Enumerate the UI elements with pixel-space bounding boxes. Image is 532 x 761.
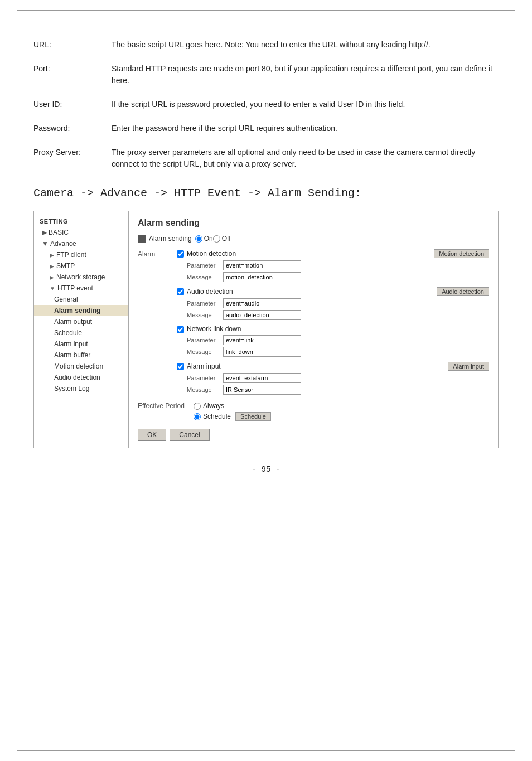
alarm-check-audio[interactable] — [177, 287, 187, 297]
network-message-row: Message — [187, 347, 489, 357]
sidebar-item-schedule[interactable]: Schedule — [34, 327, 128, 338]
alarm-col-label-audio — [138, 287, 177, 288]
sidebar-item-system-log[interactable]: System Log — [34, 383, 128, 394]
alarm-input-message-label: Message — [187, 386, 223, 393]
motion-param-input[interactable] — [223, 260, 301, 270]
alarm-checkbox-audio[interactable] — [177, 288, 184, 295]
settings-panel: SETTING ▶ BASIC ▼ Advance ▶ FTP client ▶… — [33, 211, 499, 448]
schedule-radio-label[interactable]: Schedule — [194, 413, 231, 420]
alarm-detection-row-motion: Motion detection Motion detection — [187, 249, 489, 258]
sidebar-schedule-label: Schedule — [54, 329, 82, 337]
alarm-input-detection-label: Alarm input — [187, 362, 448, 370]
alarm-input-detection-button[interactable]: Alarm input — [448, 362, 489, 371]
alarm-input-message-row: Message — [187, 385, 489, 395]
alarm-content-alarm-input: Alarm input Alarm input Parameter Messag… — [187, 362, 489, 396]
alarm-content-motion: Motion detection Motion detection Parame… — [187, 249, 489, 284]
sidebar-item-alarm-buffer[interactable]: Alarm buffer — [34, 350, 128, 361]
sidebar: SETTING ▶ BASIC ▼ Advance ▶ FTP client ▶… — [34, 211, 129, 448]
action-buttons: OK Cancel — [138, 429, 489, 441]
alarm-input-param-input[interactable] — [223, 373, 301, 383]
sidebar-item-alarm-output[interactable]: Alarm output — [34, 316, 128, 327]
alarm-detection-row-network: Network link down — [187, 325, 489, 333]
sidebar-audio-detection-label: Audio detection — [54, 374, 100, 381]
desc-label-proxy: Proxy Server: — [33, 147, 112, 170]
desc-content-password: Enter the password here if the script UR… — [112, 123, 499, 134]
sidebar-item-motion-detection[interactable]: Motion detection — [34, 361, 128, 372]
alarm-input-param-label: Parameter — [187, 375, 223, 381]
effective-schedule-row: Schedule Schedule — [138, 412, 489, 421]
audio-message-label: Message — [187, 312, 223, 318]
audio-detection-button[interactable]: Audio detection — [437, 287, 489, 296]
motion-message-input[interactable] — [223, 272, 301, 282]
sidebar-network-storage-label: Network storage — [56, 273, 105, 281]
desc-row-url: URL: The basic script URL goes here. Not… — [33, 39, 499, 51]
alarm-sending-off-radio[interactable] — [213, 235, 220, 243]
motion-message-label: Message — [187, 274, 223, 280]
network-storage-arrow-icon: ▶ — [50, 274, 54, 280]
http-event-arrow-icon: ▼ — [50, 285, 55, 292]
alarm-detection-row-audio: Audio detection Audio detection — [187, 287, 489, 296]
sidebar-item-ftp[interactable]: ▶ FTP client — [34, 249, 128, 260]
sidebar-item-alarm-input[interactable]: Alarm input — [34, 338, 128, 350]
schedule-radio[interactable] — [194, 413, 201, 420]
always-radio[interactable] — [194, 403, 201, 410]
motion-detection-label: Motion detection — [187, 250, 434, 258]
sidebar-alarm-buffer-label: Alarm buffer — [54, 351, 90, 359]
audio-message-input[interactable] — [223, 310, 301, 320]
sidebar-item-basic[interactable]: ▶ BASIC — [34, 227, 128, 238]
border-left — [17, 0, 17, 761]
alarm-table: Alarm Motion detection Motion detection … — [138, 249, 489, 396]
network-param-input[interactable] — [223, 335, 301, 345]
sidebar-alarm-output-label: Alarm output — [54, 318, 92, 326]
alarm-input-message-input[interactable] — [223, 385, 301, 395]
sidebar-setting-label: SETTING — [34, 216, 128, 227]
alarm-sending-off-label[interactable]: Off — [213, 235, 231, 243]
alarm-check-network[interactable] — [177, 325, 187, 335]
effective-period-section: Effective Period Always Schedule Schedul… — [138, 402, 489, 421]
schedule-button[interactable]: Schedule — [235, 412, 271, 421]
sidebar-item-advance[interactable]: ▼ Advance — [34, 238, 128, 249]
alarm-detection-row-alarm-input: Alarm input Alarm input — [187, 362, 489, 371]
alarm-check-motion[interactable] — [177, 249, 187, 259]
motion-detection-button[interactable]: Motion detection — [434, 249, 489, 258]
main-content: Alarm sending Alarm sending On Off — [129, 211, 498, 448]
sidebar-item-general[interactable]: General — [34, 294, 128, 305]
desc-row-proxy: Proxy Server: The proxy server parameter… — [33, 147, 499, 170]
border-top-line1 — [17, 10, 515, 11]
alarm-checkbox-motion[interactable] — [177, 250, 184, 258]
sidebar-item-alarm-sending[interactable]: Alarm sending — [34, 305, 128, 316]
smtp-arrow-icon: ▶ — [50, 263, 54, 269]
cancel-button[interactable]: Cancel — [170, 429, 209, 441]
network-detection-label: Network link down — [187, 325, 489, 333]
sidebar-item-network-storage[interactable]: ▶ Network storage — [34, 272, 128, 283]
sidebar-item-audio-detection[interactable]: Audio detection — [34, 372, 128, 383]
alarm-sending-on-radio[interactable] — [195, 235, 202, 243]
always-radio-label[interactable]: Always — [194, 402, 224, 410]
alarm-checkbox-network[interactable] — [177, 326, 184, 333]
alarm-content-audio: Audio detection Audio detection Paramete… — [187, 287, 489, 322]
audio-param-input[interactable] — [223, 298, 301, 308]
sidebar-system-log-label: System Log — [54, 385, 89, 392]
sidebar-item-http-event[interactable]: ▼ HTTP event — [34, 283, 128, 294]
network-message-input[interactable] — [223, 347, 301, 357]
alarm-input-param-row: Parameter — [187, 373, 489, 383]
desc-content-port: Standard HTTP requests are made on port … — [112, 63, 499, 86]
description-section: URL: The basic script URL goes here. Not… — [33, 39, 499, 170]
basic-arrow-icon: ▶ — [42, 229, 47, 236]
ok-button[interactable]: OK — [138, 429, 166, 441]
border-right — [515, 0, 515, 761]
ftp-arrow-icon: ▶ — [50, 252, 54, 258]
sidebar-item-smtp[interactable]: ▶ SMTP — [34, 260, 128, 272]
alarm-sending-on-label[interactable]: On — [195, 235, 213, 243]
sidebar-alarm-input-label: Alarm input — [54, 340, 88, 348]
alarm-col-label-alarm-input — [138, 362, 177, 363]
desc-label-password: Password: — [33, 123, 112, 134]
network-param-row: Parameter — [187, 335, 489, 345]
alarm-row-audio: Audio detection Audio detection Paramete… — [138, 287, 489, 322]
alarm-check-alarm-input[interactable] — [177, 362, 187, 372]
advance-arrow-icon: ▼ — [42, 240, 49, 248]
sidebar-motion-detection-label: Motion detection — [54, 362, 103, 370]
motion-param-row: Parameter — [187, 260, 489, 270]
audio-detection-label: Audio detection — [187, 288, 437, 295]
alarm-checkbox-alarm-input[interactable] — [177, 363, 184, 370]
